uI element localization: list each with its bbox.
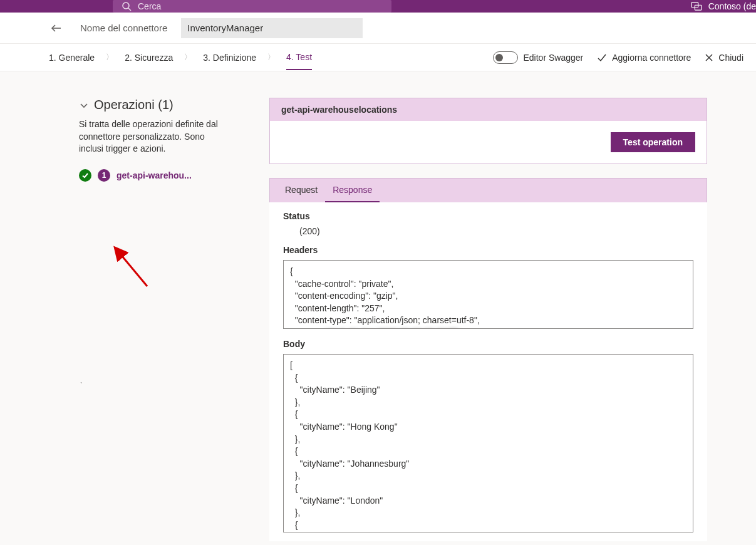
connector-name-bar: Nome del connettore bbox=[0, 13, 756, 44]
steps-command-bar: 1. Generale 〉 2. Sicurezza 〉 3. Definizi… bbox=[0, 44, 756, 71]
operations-header[interactable]: Operazioni (1) bbox=[79, 98, 257, 112]
operation-item[interactable]: 1 get-api-warehou... bbox=[79, 169, 257, 182]
response-panel: Request Response Status (200) Headers { … bbox=[269, 178, 707, 541]
headers-label: Headers bbox=[283, 245, 693, 255]
org-name[interactable]: Contoso (de bbox=[708, 1, 756, 11]
success-check-icon bbox=[79, 169, 91, 182]
step-definition[interactable]: 3. Definizione bbox=[203, 46, 256, 70]
connector-name-label: Nome del connettore bbox=[80, 23, 167, 33]
headers-blurred-date: Wed, 01 Jan 2020 00:00:00 GMT", bbox=[326, 327, 462, 329]
svg-point-0 bbox=[123, 3, 129, 9]
svg-line-1 bbox=[128, 8, 131, 11]
operation-label: get-api-warehou... bbox=[117, 170, 192, 180]
operations-sidebar: Operazioni (1) Si tratta delle operazion… bbox=[0, 71, 269, 545]
update-label: Aggiorna connettore bbox=[612, 53, 691, 63]
status-label: Status bbox=[283, 211, 693, 221]
connector-name-input[interactable] bbox=[181, 18, 363, 38]
wizard-steps: 1. Generale 〉 2. Sicurezza 〉 3. Definizi… bbox=[49, 45, 312, 70]
app-top-bar: Cerca Contoso (de bbox=[0, 0, 756, 13]
search-placeholder: Cerca bbox=[138, 1, 161, 11]
close-button[interactable]: Chiudi bbox=[705, 53, 743, 63]
operations-title: Operazioni (1) bbox=[94, 98, 173, 112]
step-test[interactable]: 4. Test bbox=[286, 45, 312, 70]
update-connector-button[interactable]: Aggiorna connettore bbox=[597, 53, 691, 63]
back-arrow-icon[interactable] bbox=[50, 22, 63, 34]
chevron-right-icon: 〉 bbox=[184, 52, 192, 63]
chevron-right-icon: 〉 bbox=[267, 52, 275, 63]
main-content: Operazioni (1) Si tratta delle operazion… bbox=[0, 71, 756, 545]
body-label: Body bbox=[283, 339, 693, 349]
toggle-off-icon[interactable] bbox=[493, 51, 518, 64]
test-operation-button[interactable]: Test operation bbox=[611, 132, 695, 152]
response-body-section: Status (200) Headers { "cache-control": … bbox=[269, 202, 707, 541]
body-textarea[interactable]: [ { "cityName": "Beijing" }, { "cityName… bbox=[283, 354, 693, 532]
body-content: [ { "cityName": "Beijing" }, { "cityName… bbox=[290, 360, 409, 532]
chevron-right-icon: 〉 bbox=[106, 52, 113, 63]
status-value: (200) bbox=[283, 226, 693, 245]
chevron-down-icon bbox=[79, 100, 89, 110]
top-right-group: Contoso (de bbox=[691, 1, 756, 11]
operations-description: Si tratta delle operazioni definite dal … bbox=[79, 118, 223, 155]
headers-content: { "cache-control": "private", "content-e… bbox=[290, 266, 480, 329]
step-general[interactable]: 1. Generale bbox=[49, 46, 95, 70]
checkmark-icon bbox=[597, 53, 607, 63]
operation-number-badge: 1 bbox=[98, 169, 110, 182]
search-icon bbox=[122, 1, 132, 11]
command-buttons: Editor Swagger Aggiorna connettore Chiud… bbox=[493, 51, 743, 64]
step-security[interactable]: 2. Sicurezza bbox=[125, 46, 173, 70]
environment-icon bbox=[691, 2, 702, 11]
test-panel-header: get-api-warehouselocations bbox=[270, 98, 707, 121]
close-label: Chiudi bbox=[718, 53, 743, 63]
swagger-toggle[interactable]: Editor Swagger bbox=[493, 51, 583, 64]
swagger-label: Editor Swagger bbox=[523, 53, 583, 63]
red-arrow-annotation bbox=[106, 239, 157, 289]
stray-tilde: ` bbox=[80, 382, 83, 390]
test-area: get-api-warehouselocations Test operatio… bbox=[269, 71, 756, 545]
tab-request[interactable]: Request bbox=[277, 179, 325, 202]
svg-line-8 bbox=[116, 249, 147, 286]
close-icon bbox=[705, 53, 713, 62]
global-search[interactable]: Cerca bbox=[113, 0, 391, 13]
test-operation-panel: get-api-warehouselocations Test operatio… bbox=[269, 98, 707, 164]
headers-textarea[interactable]: { "cache-control": "private", "content-e… bbox=[283, 260, 693, 329]
tab-response[interactable]: Response bbox=[325, 179, 380, 202]
request-response-tabs: Request Response bbox=[269, 178, 707, 202]
